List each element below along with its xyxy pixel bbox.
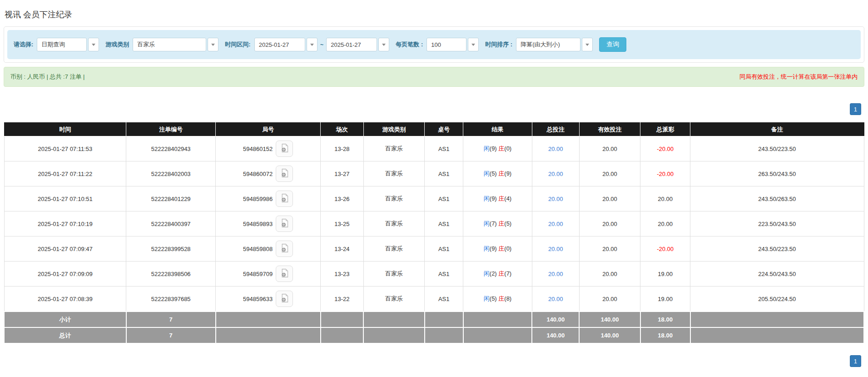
cell-round-id: 594859986 bbox=[216, 186, 321, 211]
cell-payout: -20.00 bbox=[640, 136, 690, 161]
per-page-dropdown-button[interactable] bbox=[468, 38, 479, 51]
total-row-cell-session bbox=[321, 327, 364, 343]
chevron-down-icon bbox=[471, 44, 475, 46]
column-header-table-no: 桌号 bbox=[425, 123, 463, 136]
cell-payout: -20.00 bbox=[640, 161, 690, 186]
game-category-dropdown-button[interactable] bbox=[208, 38, 218, 51]
cell-table-no: AS1 bbox=[425, 261, 463, 287]
cell-round-id: 594859808 bbox=[216, 236, 321, 261]
cell-total-bet: 20.00 bbox=[532, 161, 579, 186]
time-sort-value[interactable]: 降冪(由大到小) bbox=[516, 38, 580, 51]
total-bet-link[interactable]: 20.00 bbox=[548, 171, 563, 177]
per-page-combobox: 100 bbox=[427, 38, 479, 51]
chevron-down-icon bbox=[310, 44, 314, 46]
video-replay-button[interactable] bbox=[276, 216, 293, 232]
player-result: 闲 bbox=[484, 145, 490, 152]
total-bet-link[interactable]: 20.00 bbox=[548, 196, 563, 202]
cell-bet-id: 522228399528 bbox=[126, 236, 216, 261]
cell-remark: 224.50/243.50 bbox=[690, 261, 864, 287]
player-result: 闲 bbox=[484, 195, 490, 202]
subtotal-row-cell-bet-id: 7 bbox=[126, 312, 216, 327]
video-replay-file-icon bbox=[280, 193, 289, 205]
cell-total-bet: 20.00 bbox=[532, 211, 579, 236]
total-bet-link[interactable]: 20.00 bbox=[548, 271, 563, 277]
game-category-value[interactable]: 百家乐 bbox=[133, 38, 206, 51]
date-from-value[interactable]: 2025-01-27 bbox=[254, 38, 305, 51]
table-row: 2025-01-27 07:08:39522228397685594859633… bbox=[4, 287, 864, 312]
table-row: 2025-01-27 07:11:22522228402003594860072… bbox=[4, 161, 864, 186]
player-score: (5) bbox=[490, 295, 499, 302]
cell-result: 闲(5) 庄(9) bbox=[463, 161, 532, 186]
cell-result: 闲(9) 庄(0) bbox=[463, 136, 532, 161]
round-number: 594859709 bbox=[243, 271, 273, 277]
bet-records-table: 时间注单编号局号场次游戏类别桌号结果总投注有效投注总派彩备注 2025-01-2… bbox=[4, 122, 864, 344]
time-sort-combobox: 降冪(由大到小) bbox=[516, 38, 593, 51]
cell-bet-id: 522228397685 bbox=[126, 287, 216, 312]
cell-valid-bet: 20.00 bbox=[579, 211, 640, 236]
video-replay-button[interactable] bbox=[276, 141, 293, 157]
column-header-payout: 总派彩 bbox=[640, 123, 690, 136]
banker-score: (8) bbox=[504, 295, 511, 302]
cell-valid-bet: 20.00 bbox=[579, 161, 640, 186]
cell-session: 13-22 bbox=[321, 287, 364, 312]
cell-table-no: AS1 bbox=[425, 287, 463, 312]
cell-valid-bet: 20.00 bbox=[579, 236, 640, 261]
chevron-down-icon bbox=[382, 44, 386, 46]
video-replay-button[interactable] bbox=[276, 266, 293, 282]
video-replay-button[interactable] bbox=[276, 291, 293, 307]
round-cell: 594859709 bbox=[218, 266, 318, 282]
cell-result: 闲(7) 庄(5) bbox=[463, 211, 532, 236]
game-category-label: 游戏类别 bbox=[105, 40, 129, 49]
query-type-dropdown-button[interactable] bbox=[88, 38, 99, 51]
total-bet-link[interactable]: 20.00 bbox=[548, 246, 563, 252]
video-replay-button[interactable] bbox=[276, 191, 293, 207]
cell-payout: 19.00 bbox=[640, 261, 690, 287]
table-row: 2025-01-27 07:11:53522228402943594860152… bbox=[4, 136, 864, 161]
total-bet-link[interactable]: 20.00 bbox=[548, 221, 563, 227]
subtotal-row-cell-time: 小计 bbox=[4, 312, 126, 327]
cell-session: 13-23 bbox=[321, 261, 364, 287]
query-type-value[interactable]: 日期查询 bbox=[37, 38, 87, 51]
subtotal-row-cell-payout: 18.00 bbox=[640, 312, 690, 327]
cell-time: 2025-01-27 07:10:51 bbox=[4, 186, 126, 211]
banker-score: (9) bbox=[504, 170, 511, 177]
time-sort-dropdown-button[interactable] bbox=[582, 38, 593, 51]
query-type-combobox: 日期查询 bbox=[37, 38, 99, 51]
table-header-row: 时间注单编号局号场次游戏类别桌号结果总投注有效投注总派彩备注 bbox=[4, 123, 864, 136]
cell-time: 2025-01-27 07:11:22 bbox=[4, 161, 126, 186]
cell-valid-bet: 20.00 bbox=[579, 261, 640, 287]
round-cell: 594859986 bbox=[218, 191, 318, 207]
cell-time: 2025-01-27 07:11:53 bbox=[4, 136, 126, 161]
page-1-button[interactable]: 1 bbox=[850, 355, 861, 367]
cell-session: 13-25 bbox=[321, 211, 364, 236]
total-bet-link[interactable]: 20.00 bbox=[548, 296, 563, 302]
date-from-dropdown-button[interactable] bbox=[307, 38, 317, 51]
cell-game-type: 百家乐 bbox=[363, 161, 424, 186]
total-row: 总计7140.00140.0018.00 bbox=[4, 327, 864, 343]
cell-bet-id: 522228402943 bbox=[126, 136, 216, 161]
total-bet-link[interactable]: 20.00 bbox=[548, 146, 563, 152]
video-replay-button[interactable] bbox=[276, 166, 293, 182]
chevron-down-icon bbox=[211, 44, 215, 46]
banker-score: (4) bbox=[504, 195, 511, 202]
game-category-combobox: 百家乐 bbox=[133, 38, 218, 51]
date-to-dropdown-button[interactable] bbox=[378, 38, 389, 51]
total-row-cell-result bbox=[463, 327, 532, 343]
per-page-value[interactable]: 100 bbox=[427, 38, 466, 51]
cell-payout: 20.00 bbox=[640, 211, 690, 236]
cell-time: 2025-01-27 07:09:09 bbox=[4, 261, 126, 287]
date-to-value[interactable]: 2025-01-27 bbox=[326, 38, 377, 51]
search-button[interactable]: 查询 bbox=[599, 37, 626, 52]
cell-session: 13-28 bbox=[321, 136, 364, 161]
page-1-button[interactable]: 1 bbox=[850, 103, 861, 115]
banker-score: (7) bbox=[504, 270, 511, 277]
total-row-cell-game-type bbox=[363, 327, 424, 343]
round-cell: 594859633 bbox=[218, 291, 318, 307]
video-replay-button[interactable] bbox=[276, 241, 293, 257]
subtotal-row-cell-total-bet: 140.00 bbox=[532, 312, 579, 327]
cell-result: 闲(9) 庄(0) bbox=[463, 236, 532, 261]
round-cell: 594859893 bbox=[218, 216, 318, 232]
cell-session: 13-26 bbox=[321, 186, 364, 211]
subtotal-row-cell-session bbox=[321, 312, 364, 327]
date-from-picker: 2025-01-27 bbox=[254, 38, 317, 51]
